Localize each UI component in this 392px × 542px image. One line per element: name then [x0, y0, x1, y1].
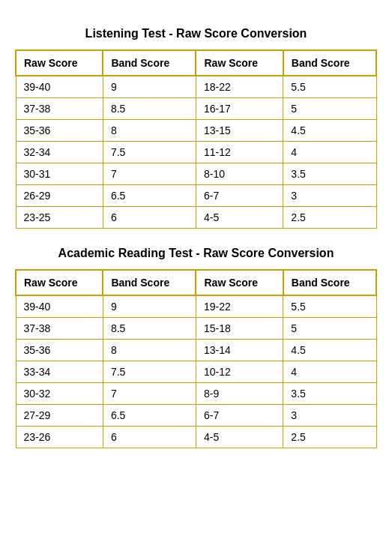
- table-cell: 9: [103, 76, 196, 98]
- academic-header-row: Raw Score Band Score Raw Score Band Scor…: [16, 270, 376, 295]
- academic-col1-header: Raw Score: [16, 270, 103, 295]
- table-row: 33-347.510-124: [16, 361, 376, 383]
- table-cell: 7: [103, 163, 196, 185]
- table-cell: 5.5: [283, 295, 376, 318]
- table-cell: 19-22: [196, 295, 283, 318]
- table-cell: 39-40: [16, 295, 103, 318]
- table-cell: 18-22: [196, 76, 283, 98]
- table-cell: 4.5: [283, 120, 376, 142]
- table-cell: 37-38: [16, 318, 103, 340]
- table-cell: 32-34: [16, 142, 103, 163]
- table-row: 30-3178-103.5: [16, 163, 376, 185]
- table-row: 23-2564-52.5: [16, 207, 376, 229]
- table-cell: 8.5: [103, 318, 196, 340]
- table-cell: 6.5: [103, 185, 196, 207]
- listening-title: Listening Test - Raw Score Conversion: [15, 27, 377, 40]
- table-cell: 13-15: [196, 120, 283, 142]
- table-cell: 15-18: [196, 318, 283, 340]
- table-row: 26-296.56-73: [16, 185, 376, 207]
- table-cell: 35-36: [16, 120, 103, 142]
- table-cell: 2.5: [283, 427, 376, 448]
- table-cell: 2.5: [283, 207, 376, 229]
- academic-section: Academic Reading Test - Raw Score Conver…: [15, 247, 377, 448]
- listening-col1-header: Raw Score: [16, 50, 103, 76]
- academic-title: Academic Reading Test - Raw Score Conver…: [15, 247, 377, 260]
- table-cell: 6: [103, 427, 196, 448]
- table-cell: 39-40: [16, 76, 103, 98]
- table-cell: 4.5: [283, 340, 376, 361]
- table-cell: 7: [103, 383, 196, 405]
- table-row: 32-347.511-124: [16, 142, 376, 163]
- table-row: 27-296.56-73: [16, 405, 376, 427]
- academic-table: Raw Score Band Score Raw Score Band Scor…: [15, 269, 377, 448]
- table-cell: 8: [103, 340, 196, 361]
- table-cell: 5: [283, 318, 376, 340]
- listening-col4-header: Band Score: [283, 50, 376, 76]
- table-cell: 26-29: [16, 185, 103, 207]
- table-cell: 4-5: [196, 427, 283, 448]
- table-cell: 4-5: [196, 207, 283, 229]
- table-cell: 8-10: [196, 163, 283, 185]
- academic-col4-header: Band Score: [283, 270, 376, 295]
- academic-col2-header: Band Score: [103, 270, 196, 295]
- table-cell: 6-7: [196, 405, 283, 427]
- table-row: 23-2664-52.5: [16, 427, 376, 448]
- table-cell: 23-26: [16, 427, 103, 448]
- table-cell: 6.5: [103, 405, 196, 427]
- table-cell: 23-25: [16, 207, 103, 229]
- table-row: 30-3278-93.5: [16, 383, 376, 405]
- table-cell: 3: [283, 185, 376, 207]
- table-row: 39-40919-225.5: [16, 295, 376, 318]
- listening-header-row: Raw Score Band Score Raw Score Band Scor…: [16, 50, 376, 76]
- table-cell: 13-14: [196, 340, 283, 361]
- table-cell: 33-34: [16, 361, 103, 383]
- table-cell: 9: [103, 295, 196, 318]
- table-row: 39-40918-225.5: [16, 76, 376, 98]
- table-cell: 10-12: [196, 361, 283, 383]
- table-cell: 8: [103, 120, 196, 142]
- table-cell: 7.5: [103, 142, 196, 163]
- table-row: 37-388.515-185: [16, 318, 376, 340]
- listening-col2-header: Band Score: [103, 50, 196, 76]
- table-cell: 30-32: [16, 383, 103, 405]
- table-cell: 6-7: [196, 185, 283, 207]
- table-cell: 8-9: [196, 383, 283, 405]
- table-cell: 30-31: [16, 163, 103, 185]
- table-cell: 16-17: [196, 98, 283, 120]
- listening-col3-header: Raw Score: [196, 50, 283, 76]
- table-cell: 37-38: [16, 98, 103, 120]
- table-cell: 8.5: [103, 98, 196, 120]
- table-cell: 3.5: [283, 383, 376, 405]
- table-cell: 3: [283, 405, 376, 427]
- table-cell: 4: [283, 361, 376, 383]
- table-row: 35-36813-154.5: [16, 120, 376, 142]
- table-cell: 11-12: [196, 142, 283, 163]
- table-cell: 35-36: [16, 340, 103, 361]
- table-row: 37-388.516-175: [16, 98, 376, 120]
- listening-table: Raw Score Band Score Raw Score Band Scor…: [15, 49, 377, 229]
- table-cell: 7.5: [103, 361, 196, 383]
- table-cell: 6: [103, 207, 196, 229]
- table-cell: 4: [283, 142, 376, 163]
- table-cell: 5.5: [283, 76, 376, 98]
- table-cell: 3.5: [283, 163, 376, 185]
- listening-section: Listening Test - Raw Score Conversion Ra…: [15, 27, 377, 229]
- academic-col3-header: Raw Score: [196, 270, 283, 295]
- table-row: 35-36813-144.5: [16, 340, 376, 361]
- table-cell: 27-29: [16, 405, 103, 427]
- table-cell: 5: [283, 98, 376, 120]
